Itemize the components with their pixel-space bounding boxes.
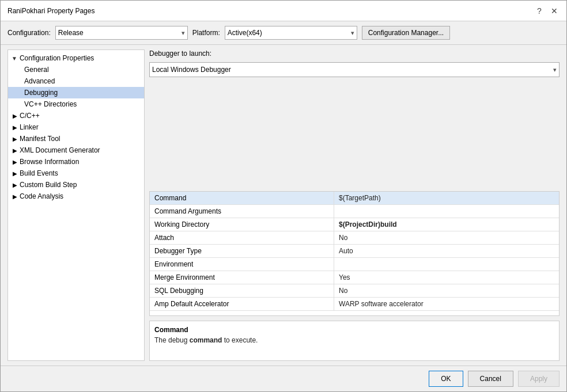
table-row[interactable]: Environment bbox=[150, 257, 559, 271]
prop-name: Environment bbox=[150, 257, 334, 271]
prop-name: Attach bbox=[150, 231, 334, 244]
table-row[interactable]: SQL DebuggingNo bbox=[150, 284, 559, 297]
tree-root-label: Configuration Properties bbox=[20, 54, 94, 62]
table-row[interactable]: Working Directory$(ProjectDir)build bbox=[150, 218, 559, 231]
tree-group-custom-build-label: Custom Build Step bbox=[20, 181, 77, 189]
tree-group-xml-arrow: ▶ bbox=[13, 147, 17, 154]
table-row[interactable]: Merge EnvironmentYes bbox=[150, 271, 559, 284]
help-button[interactable]: ? bbox=[534, 6, 545, 16]
table-row[interactable]: Command Arguments bbox=[150, 204, 559, 218]
configuration-select[interactable]: Release bbox=[55, 26, 188, 40]
prop-name: SQL Debugging bbox=[150, 284, 334, 297]
tree-section: ▼ Configuration Properties General Advan… bbox=[8, 50, 144, 204]
tree-root-arrow: ▼ bbox=[12, 55, 17, 62]
dialog-title: RaniPokhari Property Pages bbox=[7, 7, 94, 15]
tree-group-manifest-label: Manifest Tool bbox=[20, 135, 60, 143]
info-box-description: The debug command to execute. bbox=[154, 336, 554, 344]
left-panel: ▼ Configuration Properties General Advan… bbox=[7, 50, 145, 361]
prop-name: Working Directory bbox=[150, 218, 334, 231]
prop-value: Auto bbox=[334, 244, 560, 257]
table-row[interactable]: Command$(TargetPath) bbox=[150, 192, 559, 205]
tree-group-linker[interactable]: ▶ Linker bbox=[8, 121, 144, 133]
tree-group-build-events-arrow: ▶ bbox=[13, 170, 17, 177]
config-bar: Configuration: Release Platform: Active(… bbox=[1, 21, 566, 45]
info-box-title: Command bbox=[154, 326, 554, 334]
debugger-select[interactable]: Local Windows Debugger bbox=[149, 62, 560, 77]
tree-group-linker-arrow: ▶ bbox=[13, 124, 17, 131]
debugger-select-wrap: Local Windows Debugger bbox=[149, 62, 560, 187]
apply-button[interactable]: Apply bbox=[518, 371, 560, 387]
tree-group-manifest[interactable]: ▶ Manifest Tool bbox=[8, 133, 144, 144]
close-button[interactable]: ✕ bbox=[549, 6, 560, 16]
tree-group-xml-doc[interactable]: ▶ XML Document Generator bbox=[8, 144, 144, 156]
tree-group-custom-build[interactable]: ▶ Custom Build Step bbox=[8, 179, 144, 191]
tree-group-cpp-label: C/C++ bbox=[20, 112, 40, 120]
ok-button[interactable]: OK bbox=[429, 371, 463, 387]
properties-table-wrap: Command$(TargetPath)Command ArgumentsWor… bbox=[149, 191, 560, 317]
config-label: Configuration: bbox=[7, 29, 51, 37]
info-box: Command The debug command to execute. bbox=[149, 321, 560, 361]
prop-name: Amp Default Accelerator bbox=[150, 297, 334, 310]
main-content: ▼ Configuration Properties General Advan… bbox=[1, 45, 566, 366]
prop-value: Yes bbox=[334, 271, 560, 284]
title-controls: ? ✕ bbox=[534, 6, 560, 16]
title-bar: RaniPokhari Property Pages ? ✕ bbox=[1, 1, 566, 21]
prop-value: $(TargetPath) bbox=[334, 192, 560, 205]
table-row[interactable]: Debugger TypeAuto bbox=[150, 244, 559, 257]
table-row[interactable]: AttachNo bbox=[150, 231, 559, 244]
tree-group-build-events[interactable]: ▶ Build Events bbox=[8, 168, 144, 179]
prop-value: $(ProjectDir)build bbox=[334, 218, 560, 231]
tree-group-xml-label: XML Document Generator bbox=[20, 146, 100, 154]
prop-value: No bbox=[334, 284, 560, 297]
cancel-button[interactable]: Cancel bbox=[468, 371, 513, 387]
config-manager-button[interactable]: Configuration Manager... bbox=[362, 26, 450, 40]
tree-item-general[interactable]: General bbox=[8, 64, 144, 75]
tree-group-code-analysis[interactable]: ▶ Code Analysis bbox=[8, 191, 144, 202]
property-pages-dialog: RaniPokhari Property Pages ? ✕ Configura… bbox=[0, 0, 567, 392]
debugger-dropdown-wrapper: Local Windows Debugger bbox=[149, 62, 560, 77]
right-panel: Debugger to launch: Local Windows Debugg… bbox=[149, 50, 560, 361]
tree-item-vc-directories[interactable]: VC++ Directories bbox=[8, 98, 144, 110]
platform-select[interactable]: Active(x64) bbox=[225, 26, 357, 40]
tree-group-custom-build-arrow: ▶ bbox=[13, 182, 17, 188]
platform-label: Platform: bbox=[192, 29, 220, 37]
tree-group-manifest-arrow: ▶ bbox=[13, 136, 17, 142]
tree-group-cpp[interactable]: ▶ C/C++ bbox=[8, 110, 144, 121]
debugger-launch-row: Debugger to launch: bbox=[149, 50, 560, 58]
info-command-highlight: command bbox=[190, 336, 222, 344]
prop-value: WARP software accelerator bbox=[334, 297, 560, 310]
tree-item-advanced[interactable]: Advanced bbox=[8, 75, 144, 87]
table-row[interactable]: Amp Default AcceleratorWARP software acc… bbox=[150, 297, 559, 310]
platform-select-wrapper: Active(x64) bbox=[225, 26, 357, 40]
prop-name: Debugger Type bbox=[150, 244, 334, 257]
prop-value bbox=[334, 204, 560, 218]
tree-group-code-analysis-arrow: ▶ bbox=[13, 193, 17, 200]
tree-root-config-properties[interactable]: ▼ Configuration Properties bbox=[8, 52, 144, 64]
footer: OK Cancel Apply bbox=[1, 366, 566, 391]
prop-name: Command bbox=[150, 192, 334, 205]
prop-value: No bbox=[334, 231, 560, 244]
tree-group-code-analysis-label: Code Analysis bbox=[20, 192, 63, 200]
tree-group-browse-arrow: ▶ bbox=[13, 159, 17, 165]
tree-group-build-events-label: Build Events bbox=[20, 169, 58, 177]
tree-group-cpp-arrow: ▶ bbox=[13, 113, 17, 119]
tree-group-linker-label: Linker bbox=[20, 123, 39, 131]
prop-name: Command Arguments bbox=[150, 204, 334, 218]
tree-group-browse-label: Browse Information bbox=[20, 158, 79, 166]
tree-group-browse-info[interactable]: ▶ Browse Information bbox=[8, 156, 144, 168]
tree-item-debugging[interactable]: Debugging bbox=[8, 87, 144, 98]
prop-name: Merge Environment bbox=[150, 271, 334, 284]
config-select-wrapper: Release bbox=[55, 26, 188, 40]
properties-table: Command$(TargetPath)Command ArgumentsWor… bbox=[150, 192, 559, 311]
prop-value bbox=[334, 257, 560, 271]
debugger-launch-label: Debugger to launch: bbox=[149, 50, 211, 58]
